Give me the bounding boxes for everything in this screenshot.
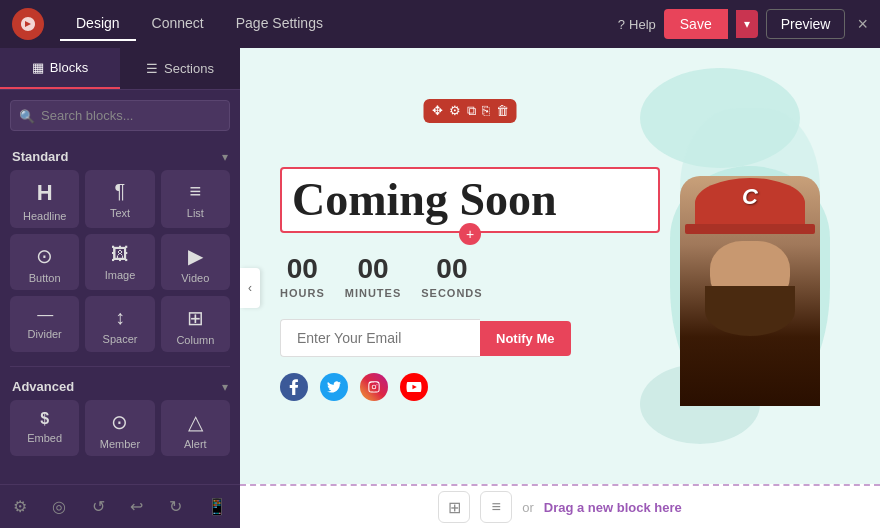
block-alert[interactable]: △ Alert [161, 400, 230, 456]
alert-icon: △ [188, 410, 203, 434]
headline-label: Headline [23, 210, 66, 222]
divider-label: Divider [28, 328, 62, 340]
move-icon[interactable]: ✥ [432, 103, 443, 118]
email-row: Notify Me [280, 319, 660, 357]
layers-icon-button[interactable]: ◎ [48, 493, 70, 520]
close-button[interactable]: × [857, 14, 868, 35]
redo-icon-button[interactable]: ↻ [165, 493, 186, 520]
sidebar-collapse-arrow[interactable]: ‹ [240, 268, 260, 308]
block-spacer[interactable]: ↕ Spacer [85, 296, 154, 352]
video-icon: ▶ [188, 244, 203, 268]
drag-bar-or-text: or [522, 500, 534, 515]
blocks-icon: ▦ [32, 60, 44, 75]
copy-toolbar-icon[interactable]: ⎘ [482, 103, 490, 118]
main-area: ▦ Blocks ☰ Sections 🔍 Standard ▾ H Headl… [0, 48, 880, 528]
advanced-section-title: Advanced [12, 379, 74, 394]
block-video[interactable]: ▶ Video [161, 234, 230, 290]
save-dropdown-button[interactable]: ▾ [736, 10, 758, 38]
question-icon: ? [618, 17, 625, 32]
list-icon: ≡ [189, 180, 201, 203]
headline-icon: H [37, 180, 53, 206]
block-embed[interactable]: $ Embed [10, 400, 79, 456]
drag-bar-link[interactable]: Drag a new block here [544, 500, 682, 515]
block-divider[interactable]: — Divider [10, 296, 79, 352]
mobile-icon-button[interactable]: 📱 [203, 493, 231, 520]
sidebar-tab-sections[interactable]: ☰ Sections [120, 48, 240, 89]
top-navigation: Design Connect Page Settings ? Help Save… [0, 0, 880, 48]
twitter-icon[interactable] [320, 373, 348, 401]
embed-icon: $ [40, 410, 49, 428]
text-icon: ¶ [115, 180, 126, 203]
countdown-seconds: 00 SECONDS [421, 253, 482, 299]
alert-label: Alert [184, 438, 207, 450]
beard [705, 286, 795, 336]
nav-tab-connect[interactable]: Connect [136, 7, 220, 41]
nav-tabs: Design Connect Page Settings [60, 7, 339, 41]
button-icon: ⊙ [36, 244, 53, 268]
save-button[interactable]: Save [664, 9, 728, 39]
history-icon-button[interactable]: ↺ [88, 493, 109, 520]
preview-button[interactable]: Preview [766, 9, 846, 39]
drag-icon-grid[interactable]: ⊞ [438, 491, 470, 523]
youtube-icon[interactable] [400, 373, 428, 401]
help-label[interactable]: ? Help [618, 17, 656, 32]
facebook-icon[interactable] [280, 373, 308, 401]
standard-section-title: Standard [12, 149, 68, 164]
nav-right: ? Help Save ▾ Preview × [618, 9, 868, 39]
search-input[interactable] [10, 100, 230, 131]
sidebar-divider [10, 366, 230, 367]
block-text[interactable]: ¶ Text [85, 170, 154, 228]
canvas-content[interactable]: ✥ ⚙ ⧉ ⎘ 🗑 Coming Soon + [240, 48, 880, 484]
cap-brim [685, 224, 815, 234]
delete-toolbar-icon[interactable]: 🗑 [496, 103, 509, 118]
minutes-label: MINUTES [345, 287, 402, 299]
nav-tab-design[interactable]: Design [60, 7, 136, 41]
seconds-number: 00 [436, 253, 467, 285]
email-input[interactable] [280, 319, 480, 357]
coming-soon-section: ✥ ⚙ ⧉ ⎘ 🗑 Coming Soon + [240, 48, 880, 484]
heading-text: Coming Soon [292, 175, 648, 226]
divider-icon: — [37, 306, 52, 324]
duplicate-toolbar-icon[interactable]: ⧉ [467, 103, 476, 119]
notify-button[interactable]: Notify Me [480, 321, 571, 357]
block-column[interactable]: ⊞ Column [161, 296, 230, 352]
block-member[interactable]: ⊙ Member [85, 400, 154, 456]
block-list[interactable]: ≡ List [161, 170, 230, 228]
advanced-section-toggle[interactable]: ▾ [222, 380, 228, 394]
drag-icon-text[interactable]: ≡ [480, 491, 512, 523]
embed-label: Embed [27, 432, 62, 444]
app-logo[interactable] [12, 8, 44, 40]
block-image[interactable]: 🖼 Image [85, 234, 154, 290]
sidebar-bottom-nav: ⚙ ◎ ↺ ↩ ↻ 📱 [0, 484, 240, 528]
settings-toolbar-icon[interactable]: ⚙ [449, 103, 461, 118]
spacer-label: Spacer [103, 333, 138, 345]
person-image: C [660, 126, 840, 406]
undo-icon-button[interactable]: ↩ [126, 493, 147, 520]
hours-label: HOURS [280, 287, 325, 299]
search-icon: 🔍 [19, 108, 35, 123]
image-label: Image [105, 269, 136, 281]
block-toolbar: ✥ ⚙ ⧉ ⎘ 🗑 [424, 99, 517, 123]
countdown-minutes: 00 MINUTES [345, 253, 402, 299]
drag-bar: ⊞ ≡ or Drag a new block here [240, 484, 880, 528]
block-button[interactable]: ⊙ Button [10, 234, 79, 290]
hours-number: 00 [287, 253, 318, 285]
settings-icon-button[interactable]: ⚙ [9, 493, 31, 520]
button-label: Button [29, 272, 61, 284]
seconds-label: SECONDS [421, 287, 482, 299]
countdown: 00 HOURS 00 MINUTES 00 SECONDS [280, 249, 660, 303]
image-icon: 🖼 [111, 244, 129, 265]
instagram-icon[interactable] [360, 373, 388, 401]
advanced-section-header: Advanced ▾ [0, 371, 240, 400]
add-block-button[interactable]: + [459, 223, 481, 245]
sidebar-tab-blocks[interactable]: ▦ Blocks [0, 48, 120, 89]
cap-letter: C [742, 184, 758, 210]
standard-blocks-grid: H Headline ¶ Text ≡ List ⊙ Button 🖼 Imag… [0, 170, 240, 362]
sidebar: ▦ Blocks ☰ Sections 🔍 Standard ▾ H Headl… [0, 48, 240, 528]
block-headline[interactable]: H Headline [10, 170, 79, 228]
heading-block[interactable]: Coming Soon + [280, 167, 660, 234]
sections-icon: ☰ [146, 61, 158, 76]
search-box: 🔍 [10, 100, 230, 131]
nav-tab-page-settings[interactable]: Page Settings [220, 7, 339, 41]
standard-section-toggle[interactable]: ▾ [222, 150, 228, 164]
